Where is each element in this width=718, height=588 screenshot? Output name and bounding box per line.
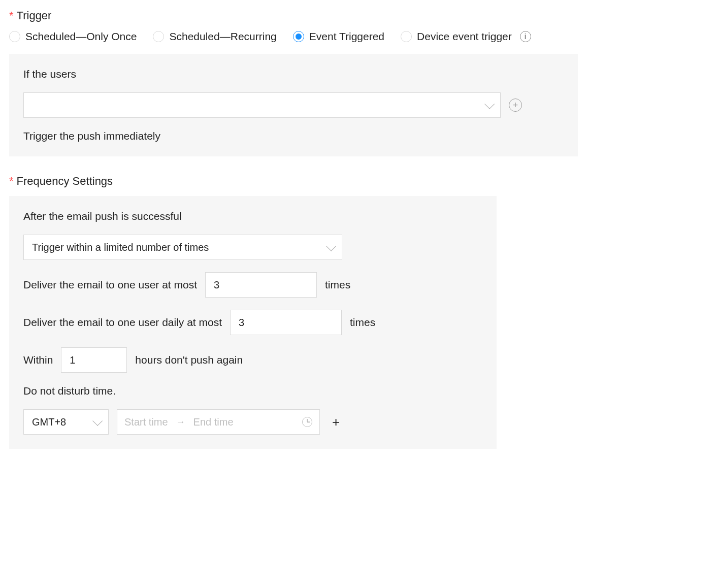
deliver-daily-label: Deliver the email to one user daily at m…: [23, 316, 222, 329]
deliver-daily-input[interactable]: [230, 310, 342, 335]
radio-device-event-trigger[interactable]: Device event trigger i: [401, 30, 531, 43]
radio-scheduled-once[interactable]: Scheduled—Only Once: [9, 30, 137, 43]
trigger-panel: If the users + Trigger the push immediat…: [9, 54, 578, 156]
within-hours-input[interactable]: [61, 347, 127, 373]
frequency-mode-select[interactable]: Trigger within a limited number of times: [23, 235, 342, 260]
end-time-placeholder: End time: [193, 416, 234, 428]
radio-event-triggered-label: Event Triggered: [309, 30, 384, 43]
chevron-down-icon: [484, 99, 495, 109]
chevron-down-icon: [92, 416, 103, 426]
radio-circle-icon: [153, 31, 164, 42]
add-dnd-range-button[interactable]: +: [328, 415, 344, 429]
within-suffix: hours don't push again: [135, 354, 243, 366]
frequency-panel: After the email push is successful Trigg…: [9, 196, 497, 449]
trigger-section-label: *Trigger: [9, 9, 709, 22]
radio-circle-icon: [401, 31, 412, 42]
trigger-radio-group: Scheduled—Only Once Scheduled—Recurring …: [9, 30, 709, 43]
radio-inner-icon: [296, 34, 302, 40]
add-condition-button[interactable]: +: [509, 99, 522, 112]
info-icon[interactable]: i: [520, 31, 531, 42]
trigger-label-text: Trigger: [17, 9, 52, 22]
if-users-label: If the users: [23, 68, 76, 80]
required-star-icon: *: [9, 9, 14, 22]
radio-circle-icon: [9, 31, 20, 42]
radio-event-triggered[interactable]: Event Triggered: [293, 30, 384, 43]
frequency-mode-value: Trigger within a limited number of times: [32, 242, 209, 253]
arrow-right-icon: →: [176, 417, 185, 428]
within-prefix: Within: [23, 354, 53, 366]
times-suffix-2: times: [350, 316, 375, 329]
times-suffix-1: times: [325, 279, 350, 291]
radio-scheduled-recurring-label: Scheduled—Recurring: [169, 30, 276, 43]
users-event-select[interactable]: [23, 92, 501, 118]
frequency-label-text: Frequency Settings: [17, 175, 113, 187]
timezone-value: GMT+8: [32, 416, 66, 428]
radio-circle-icon: [293, 31, 304, 42]
dnd-label: Do not disturb time.: [23, 385, 116, 397]
radio-scheduled-once-label: Scheduled—Only Once: [25, 30, 137, 43]
deliver-at-most-input[interactable]: [205, 272, 317, 298]
timezone-select[interactable]: GMT+8: [23, 409, 109, 435]
radio-scheduled-recurring[interactable]: Scheduled—Recurring: [153, 30, 276, 43]
start-time-placeholder: Start time: [124, 416, 168, 428]
chevron-down-icon: [326, 241, 336, 251]
radio-device-event-trigger-label: Device event trigger: [417, 30, 512, 43]
clock-icon: [302, 417, 312, 427]
dnd-time-range[interactable]: Start time → End time: [117, 409, 320, 435]
after-success-label: After the email push is successful: [23, 210, 182, 222]
deliver-at-most-label: Deliver the email to one user at most: [23, 279, 197, 291]
push-immediate-label: Trigger the push immediately: [23, 130, 160, 142]
required-star-icon: *: [9, 175, 14, 187]
frequency-section-label: *Frequency Settings: [9, 175, 709, 188]
